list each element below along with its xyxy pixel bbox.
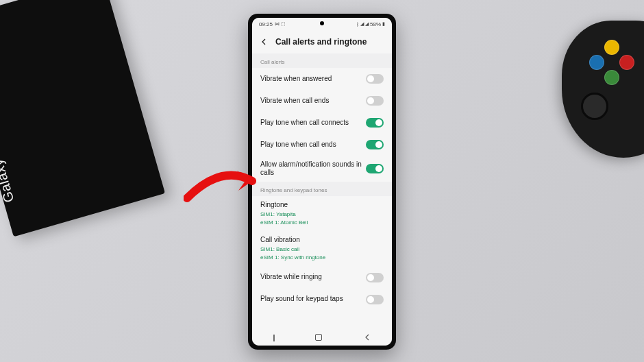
toggle-vibrate-answered[interactable] bbox=[366, 74, 384, 84]
setting-vibrate-while-ringing[interactable]: Vibrate while ringing bbox=[252, 267, 392, 289]
status-time: 09:25 bbox=[259, 21, 273, 27]
product-box: Galaxy S23 Ultra bbox=[0, 0, 165, 237]
chevron-left-icon bbox=[260, 38, 267, 45]
setting-tone-ends[interactable]: Play tone when call ends bbox=[252, 134, 392, 156]
bluetooth-icon: ᛒ bbox=[356, 22, 359, 27]
controller-button-x bbox=[589, 55, 604, 70]
setting-label: Allow alarm/notification sounds in calls bbox=[260, 160, 366, 178]
toggle-vibrate-call-ends[interactable] bbox=[366, 96, 384, 106]
nav-home-button[interactable] bbox=[315, 334, 322, 341]
controller-button-b bbox=[619, 55, 634, 70]
section-header-call-alerts: Call alerts bbox=[252, 53, 392, 68]
phone-device: 09:25 ⋈ ⬚ ᛒ ◢ ◢ 58% ▮ Call alerts and ri… bbox=[248, 14, 396, 350]
toggle-vibrate-while-ringing[interactable] bbox=[366, 273, 384, 282]
setting-label: Vibrate while ringing bbox=[260, 273, 366, 282]
ringtone-sim1: SIM1: Yatapita bbox=[260, 211, 384, 218]
ringtone-esim1: eSIM 1: Atomic Bell bbox=[260, 219, 384, 226]
toggle-allow-alarm-sounds[interactable] bbox=[366, 164, 384, 173]
setting-keypad-sound[interactable]: Play sound for keypad taps bbox=[252, 289, 392, 311]
highlight-arrow bbox=[184, 160, 266, 208]
back-button[interactable] bbox=[259, 37, 269, 47]
setting-vibrate-call-ends[interactable]: Vibrate when call ends bbox=[252, 90, 392, 112]
vibration-sim1: SIM1: Basic call bbox=[260, 246, 384, 253]
controller-stick bbox=[581, 93, 608, 120]
vibration-esim1: eSIM 1: Sync with ringtone bbox=[260, 254, 384, 261]
page-title: Call alerts and ringtone bbox=[275, 37, 367, 47]
controller-button-a bbox=[604, 70, 619, 85]
controller-button-y bbox=[604, 40, 619, 55]
setting-label: Play sound for keypad taps bbox=[260, 295, 366, 304]
battery-icon: ▮ bbox=[382, 21, 385, 27]
front-camera bbox=[320, 21, 324, 25]
setting-allow-alarm-sounds[interactable]: Allow alarm/notification sounds in calls bbox=[252, 156, 392, 182]
game-controller bbox=[562, 21, 644, 158]
setting-label: Call vibration bbox=[260, 236, 384, 245]
setting-call-vibration[interactable]: Call vibration SIM1: Basic call eSIM 1: … bbox=[252, 231, 392, 266]
product-box-label: Galaxy S23 Ultra bbox=[0, 95, 17, 204]
wifi-icon: ◢ bbox=[360, 21, 364, 27]
phone-screen: 09:25 ⋈ ⬚ ᛒ ◢ ◢ 58% ▮ Call alerts and ri… bbox=[252, 18, 392, 346]
setting-label: Ringtone bbox=[260, 201, 384, 210]
nav-bar: ||| bbox=[252, 329, 392, 346]
signal-icon: ◢ bbox=[365, 21, 369, 27]
toggle-tone-ends[interactable] bbox=[366, 140, 384, 149]
section-header-ringtone: Ringtone and keypad tones bbox=[252, 182, 392, 196]
page-header: Call alerts and ringtone bbox=[252, 30, 392, 53]
setting-vibrate-answered[interactable]: Vibrate when answered bbox=[252, 68, 392, 90]
battery-percent: 58% bbox=[370, 21, 381, 27]
chevron-left-icon bbox=[364, 334, 371, 341]
setting-ringtone[interactable]: Ringtone SIM1: Yatapita eSIM 1: Atomic B… bbox=[252, 196, 392, 231]
setting-label: Vibrate when call ends bbox=[260, 97, 366, 106]
toggle-tone-connects[interactable] bbox=[366, 118, 384, 128]
setting-label: Vibrate when answered bbox=[260, 75, 366, 84]
setting-label: Play tone when call connects bbox=[260, 119, 366, 128]
nav-back-button[interactable] bbox=[364, 333, 371, 343]
status-icon-misc: ⋈ ⬚ bbox=[275, 21, 286, 27]
setting-label: Play tone when call ends bbox=[260, 141, 366, 149]
toggle-keypad-sound[interactable] bbox=[366, 295, 384, 304]
setting-tone-connects[interactable]: Play tone when call connects bbox=[252, 112, 392, 134]
